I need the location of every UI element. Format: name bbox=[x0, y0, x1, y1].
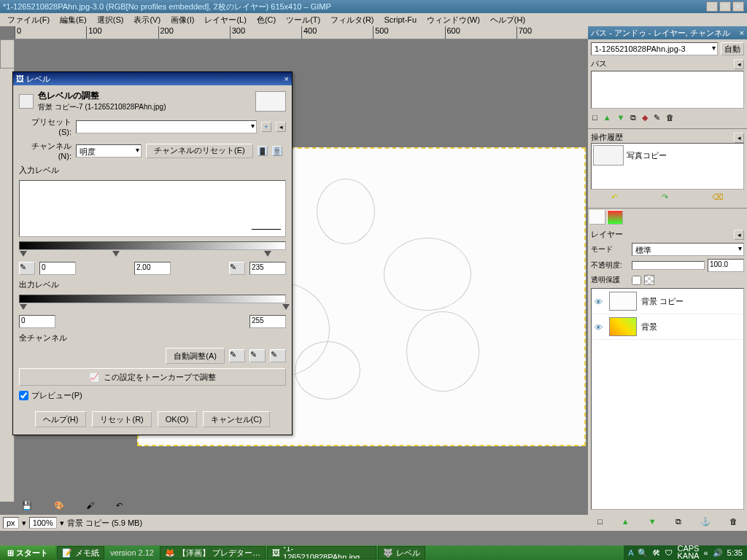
path-up-icon[interactable]: ▲ bbox=[603, 113, 611, 122]
paths-menu-icon[interactable]: ◂ bbox=[734, 59, 744, 69]
tonecurve-button[interactable]: 📈 この設定をトーンカーブで調整 bbox=[19, 368, 286, 386]
pick-black-icon[interactable]: ✎ bbox=[229, 349, 245, 362]
layer-up-icon[interactable]: ▲ bbox=[622, 517, 630, 526]
dialog-titlebar[interactable]: 🖼 レベル × bbox=[13, 72, 292, 85]
layer-del-icon[interactable]: 🗑 bbox=[729, 517, 738, 526]
opacity-slider[interactable] bbox=[632, 261, 705, 270]
channel-reset-button[interactable]: チャンネルのリセット(E) bbox=[146, 144, 253, 158]
path-sel-icon[interactable]: ◆ bbox=[642, 113, 648, 122]
menu-view[interactable]: 表示(V) bbox=[129, 14, 165, 26]
dock-close-icon[interactable]: × bbox=[740, 28, 744, 37]
dialog-close-icon[interactable]: × bbox=[285, 74, 289, 83]
start-button[interactable]: ⊞ スタート bbox=[0, 545, 55, 560]
input-gradient[interactable] bbox=[19, 241, 286, 250]
collapsed-dock[interactable] bbox=[0, 39, 15, 69]
expand-tray-icon[interactable]: « bbox=[703, 548, 708, 557]
redo-icon[interactable]: ↷ bbox=[662, 192, 668, 202]
histogram-log-icon[interactable]: ▒ bbox=[272, 146, 282, 156]
volume-icon[interactable]: 🔊 bbox=[713, 548, 723, 558]
unit-selector[interactable]: px bbox=[3, 517, 19, 529]
white-picker-icon[interactable]: ✎ bbox=[229, 262, 245, 275]
output-high[interactable]: 255 bbox=[249, 315, 286, 328]
history-menu-icon[interactable]: ◂ bbox=[734, 133, 744, 143]
layer-item[interactable]: 👁 背景 bbox=[592, 314, 743, 340]
lock-alpha-checkbox[interactable] bbox=[632, 276, 641, 285]
opacity-value[interactable]: 100.0 bbox=[708, 259, 744, 272]
close-button[interactable]: × bbox=[732, 1, 744, 12]
output-gradient[interactable] bbox=[19, 295, 286, 303]
auto-adjust-button[interactable]: 自動調整(A) bbox=[166, 348, 225, 364]
menu-file[interactable]: ファイル(F) bbox=[3, 14, 54, 26]
layer-list[interactable]: 👁 背景 コピー 👁 背景 bbox=[591, 288, 744, 510]
palette-icon[interactable]: 🎨 bbox=[54, 501, 64, 510]
preset-menu-icon[interactable]: ◂ bbox=[276, 122, 286, 132]
layer-item[interactable]: 👁 背景 コピー bbox=[592, 289, 743, 314]
undo-icon[interactable]: ↶ bbox=[611, 192, 618, 202]
tab-channels[interactable] bbox=[607, 210, 623, 225]
eye-icon[interactable]: 👁 bbox=[595, 323, 605, 330]
save-icon[interactable]: 💾 bbox=[22, 501, 32, 510]
pick-gray-icon[interactable]: ✎ bbox=[249, 349, 266, 362]
mode-selector[interactable]: 標準 bbox=[632, 243, 744, 256]
input-gamma[interactable]: 2.00 bbox=[134, 262, 171, 275]
minimize-button[interactable]: _ bbox=[706, 1, 718, 12]
shield-icon[interactable]: 🛡 bbox=[665, 548, 673, 557]
menu-edit[interactable]: 編集(E) bbox=[55, 14, 91, 26]
task-item[interactable]: 📝メモ紙 bbox=[57, 546, 104, 559]
menu-select[interactable]: 選択(S) bbox=[93, 14, 128, 26]
tab-layers[interactable] bbox=[589, 210, 605, 225]
ime-icon[interactable]: A bbox=[628, 548, 633, 557]
task-item[interactable]: 🐺レベル bbox=[378, 546, 425, 559]
history-item[interactable]: 写真コピー bbox=[592, 144, 743, 167]
image-selector[interactable]: 1-1265210828PAhn.jpg-3 bbox=[591, 42, 718, 55]
history-list[interactable]: 写真コピー bbox=[591, 143, 744, 190]
clock[interactable]: 5:35 bbox=[727, 548, 743, 557]
preset-add-icon[interactable]: + bbox=[261, 122, 271, 132]
preview-checkbox[interactable] bbox=[19, 391, 28, 400]
menu-color[interactable]: 色(C) bbox=[252, 14, 280, 26]
layers-menu-icon[interactable]: ◂ bbox=[734, 230, 744, 240]
menu-layer[interactable]: レイヤー(L) bbox=[200, 14, 250, 26]
layer-down-icon[interactable]: ▼ bbox=[649, 517, 657, 526]
cancel-button[interactable]: キャンセル(C) bbox=[203, 411, 270, 427]
path-dup-icon[interactable]: ⧉ bbox=[630, 113, 636, 122]
menu-tool[interactable]: ツール(T) bbox=[282, 14, 325, 26]
path-new-icon[interactable]: □ bbox=[592, 113, 597, 122]
auto-button[interactable]: 自動 bbox=[721, 42, 744, 55]
path-stroke-icon[interactable]: ✎ bbox=[654, 113, 660, 122]
path-down-icon[interactable]: ▼ bbox=[617, 113, 625, 122]
task-item[interactable]: 🦊【洋画】 プレデター… bbox=[160, 546, 266, 559]
preset-selector[interactable] bbox=[76, 120, 257, 133]
eye-icon[interactable]: 👁 bbox=[595, 298, 605, 305]
tool-icon[interactable]: 🛠 bbox=[652, 548, 660, 557]
layer-anchor-icon[interactable]: ⚓ bbox=[700, 517, 711, 526]
menu-help[interactable]: ヘルプ(H) bbox=[486, 14, 530, 26]
paths-list[interactable] bbox=[591, 71, 744, 109]
path-del-icon[interactable]: 🗑 bbox=[666, 113, 674, 122]
search-icon[interactable]: 🔍 bbox=[638, 548, 648, 558]
brush-icon[interactable]: 🖌 bbox=[86, 501, 94, 510]
maximize-button[interactable]: □ bbox=[719, 1, 731, 12]
pick-white-icon[interactable]: ✎ bbox=[270, 349, 286, 362]
task-item[interactable]: 🖼*1-1265210828PAhn.jpg… bbox=[267, 546, 376, 559]
layer-dup-icon[interactable]: ⧉ bbox=[676, 517, 681, 526]
help-button[interactable]: ヘルプ(H) bbox=[35, 411, 86, 427]
histogram-linear-icon[interactable]: ▓ bbox=[258, 146, 268, 156]
menu-window[interactable]: ウィンドウ(W) bbox=[422, 14, 484, 26]
input-low[interactable]: 0 bbox=[39, 262, 76, 275]
menu-scriptfu[interactable]: Script-Fu bbox=[380, 15, 422, 25]
clear-history-icon[interactable]: ⌫ bbox=[712, 192, 724, 202]
zoom-selector[interactable]: 100% bbox=[29, 517, 57, 529]
reset-button[interactable]: リセット(R) bbox=[92, 411, 151, 427]
menu-image[interactable]: 画像(I) bbox=[166, 14, 198, 26]
dock-titlebar[interactable]: パス - アンドゥ - レイヤー, チャンネル × bbox=[588, 26, 747, 39]
layer-new-icon[interactable]: □ bbox=[597, 517, 603, 526]
output-low[interactable]: 0 bbox=[19, 315, 55, 328]
channel-selector[interactable]: 明度 bbox=[76, 144, 142, 158]
undo-icon[interactable]: ↶ bbox=[116, 501, 123, 510]
dialog-subheading: 背景 コピー-7 (1-1265210828PAhn.jpg) bbox=[38, 102, 166, 112]
ok-button[interactable]: OK(O) bbox=[158, 411, 197, 427]
input-high[interactable]: 235 bbox=[249, 262, 286, 275]
black-picker-icon[interactable]: ✎ bbox=[19, 262, 35, 275]
menu-filter[interactable]: フィルタ(R) bbox=[326, 14, 378, 26]
